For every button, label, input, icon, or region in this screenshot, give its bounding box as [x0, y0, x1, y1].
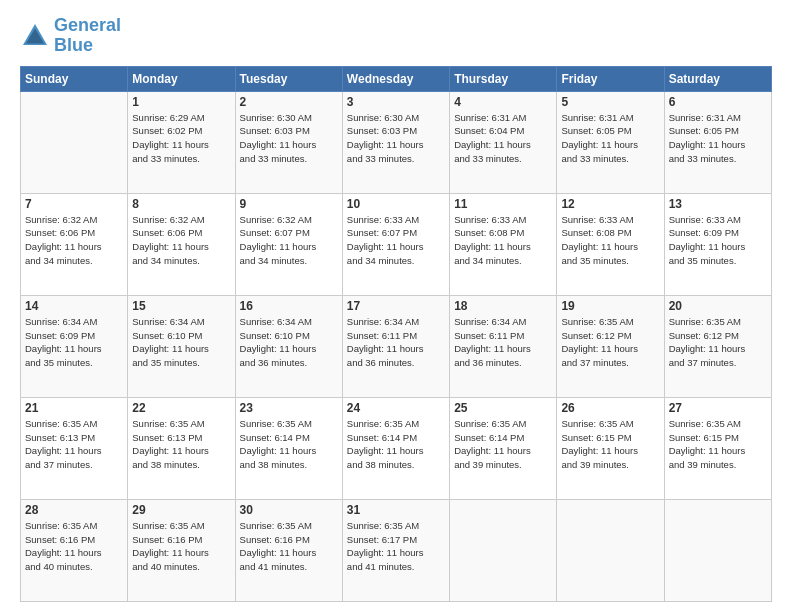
calendar-week-2: 7Sunrise: 6:32 AM Sunset: 6:06 PM Daylig…: [21, 193, 772, 295]
logo-text: General Blue: [54, 16, 121, 56]
calendar-cell: 10Sunrise: 6:33 AM Sunset: 6:07 PM Dayli…: [342, 193, 449, 295]
calendar-header-wednesday: Wednesday: [342, 66, 449, 91]
day-number: 25: [454, 401, 552, 415]
day-number: 13: [669, 197, 767, 211]
calendar-cell: 2Sunrise: 6:30 AM Sunset: 6:03 PM Daylig…: [235, 91, 342, 193]
header: General Blue: [20, 16, 772, 56]
calendar-cell: 4Sunrise: 6:31 AM Sunset: 6:04 PM Daylig…: [450, 91, 557, 193]
day-info: Sunrise: 6:31 AM Sunset: 6:05 PM Dayligh…: [669, 111, 767, 166]
day-info: Sunrise: 6:35 AM Sunset: 6:15 PM Dayligh…: [561, 417, 659, 472]
day-number: 2: [240, 95, 338, 109]
calendar-header-friday: Friday: [557, 66, 664, 91]
calendar-cell: [21, 91, 128, 193]
day-number: 27: [669, 401, 767, 415]
day-number: 22: [132, 401, 230, 415]
calendar-cell: 14Sunrise: 6:34 AM Sunset: 6:09 PM Dayli…: [21, 295, 128, 397]
day-number: 28: [25, 503, 123, 517]
calendar-cell: 29Sunrise: 6:35 AM Sunset: 6:16 PM Dayli…: [128, 499, 235, 601]
day-info: Sunrise: 6:33 AM Sunset: 6:08 PM Dayligh…: [454, 213, 552, 268]
day-number: 16: [240, 299, 338, 313]
day-number: 23: [240, 401, 338, 415]
day-info: Sunrise: 6:32 AM Sunset: 6:06 PM Dayligh…: [132, 213, 230, 268]
calendar-week-1: 1Sunrise: 6:29 AM Sunset: 6:02 PM Daylig…: [21, 91, 772, 193]
calendar-week-5: 28Sunrise: 6:35 AM Sunset: 6:16 PM Dayli…: [21, 499, 772, 601]
calendar-cell: 9Sunrise: 6:32 AM Sunset: 6:07 PM Daylig…: [235, 193, 342, 295]
calendar-cell: 6Sunrise: 6:31 AM Sunset: 6:05 PM Daylig…: [664, 91, 771, 193]
calendar-cell: 20Sunrise: 6:35 AM Sunset: 6:12 PM Dayli…: [664, 295, 771, 397]
day-number: 26: [561, 401, 659, 415]
calendar-cell: 19Sunrise: 6:35 AM Sunset: 6:12 PM Dayli…: [557, 295, 664, 397]
day-number: 18: [454, 299, 552, 313]
day-info: Sunrise: 6:35 AM Sunset: 6:14 PM Dayligh…: [347, 417, 445, 472]
day-number: 5: [561, 95, 659, 109]
day-info: Sunrise: 6:35 AM Sunset: 6:13 PM Dayligh…: [132, 417, 230, 472]
calendar-header-sunday: Sunday: [21, 66, 128, 91]
calendar-header-row: SundayMondayTuesdayWednesdayThursdayFrid…: [21, 66, 772, 91]
day-number: 21: [25, 401, 123, 415]
day-number: 11: [454, 197, 552, 211]
calendar-cell: 5Sunrise: 6:31 AM Sunset: 6:05 PM Daylig…: [557, 91, 664, 193]
calendar-cell: 30Sunrise: 6:35 AM Sunset: 6:16 PM Dayli…: [235, 499, 342, 601]
calendar-cell: 31Sunrise: 6:35 AM Sunset: 6:17 PM Dayli…: [342, 499, 449, 601]
day-info: Sunrise: 6:32 AM Sunset: 6:07 PM Dayligh…: [240, 213, 338, 268]
day-info: Sunrise: 6:34 AM Sunset: 6:09 PM Dayligh…: [25, 315, 123, 370]
day-info: Sunrise: 6:35 AM Sunset: 6:17 PM Dayligh…: [347, 519, 445, 574]
calendar-cell: 1Sunrise: 6:29 AM Sunset: 6:02 PM Daylig…: [128, 91, 235, 193]
day-info: Sunrise: 6:33 AM Sunset: 6:07 PM Dayligh…: [347, 213, 445, 268]
calendar-cell: 24Sunrise: 6:35 AM Sunset: 6:14 PM Dayli…: [342, 397, 449, 499]
calendar-cell: 17Sunrise: 6:34 AM Sunset: 6:11 PM Dayli…: [342, 295, 449, 397]
day-number: 19: [561, 299, 659, 313]
calendar-cell: 3Sunrise: 6:30 AM Sunset: 6:03 PM Daylig…: [342, 91, 449, 193]
calendar-cell: 22Sunrise: 6:35 AM Sunset: 6:13 PM Dayli…: [128, 397, 235, 499]
calendar-cell: 7Sunrise: 6:32 AM Sunset: 6:06 PM Daylig…: [21, 193, 128, 295]
day-info: Sunrise: 6:35 AM Sunset: 6:16 PM Dayligh…: [132, 519, 230, 574]
calendar-cell: 26Sunrise: 6:35 AM Sunset: 6:15 PM Dayli…: [557, 397, 664, 499]
day-number: 8: [132, 197, 230, 211]
calendar-table: SundayMondayTuesdayWednesdayThursdayFrid…: [20, 66, 772, 602]
day-info: Sunrise: 6:35 AM Sunset: 6:13 PM Dayligh…: [25, 417, 123, 472]
day-info: Sunrise: 6:32 AM Sunset: 6:06 PM Dayligh…: [25, 213, 123, 268]
day-info: Sunrise: 6:35 AM Sunset: 6:16 PM Dayligh…: [240, 519, 338, 574]
day-number: 10: [347, 197, 445, 211]
day-info: Sunrise: 6:33 AM Sunset: 6:09 PM Dayligh…: [669, 213, 767, 268]
day-number: 17: [347, 299, 445, 313]
calendar-cell: 15Sunrise: 6:34 AM Sunset: 6:10 PM Dayli…: [128, 295, 235, 397]
calendar-header-thursday: Thursday: [450, 66, 557, 91]
logo-icon: [20, 21, 50, 51]
day-info: Sunrise: 6:34 AM Sunset: 6:11 PM Dayligh…: [347, 315, 445, 370]
day-number: 29: [132, 503, 230, 517]
day-info: Sunrise: 6:35 AM Sunset: 6:12 PM Dayligh…: [669, 315, 767, 370]
calendar-cell: 18Sunrise: 6:34 AM Sunset: 6:11 PM Dayli…: [450, 295, 557, 397]
calendar-cell: 23Sunrise: 6:35 AM Sunset: 6:14 PM Dayli…: [235, 397, 342, 499]
calendar-header-monday: Monday: [128, 66, 235, 91]
day-info: Sunrise: 6:31 AM Sunset: 6:05 PM Dayligh…: [561, 111, 659, 166]
calendar-week-3: 14Sunrise: 6:34 AM Sunset: 6:09 PM Dayli…: [21, 295, 772, 397]
day-number: 20: [669, 299, 767, 313]
day-number: 12: [561, 197, 659, 211]
day-info: Sunrise: 6:35 AM Sunset: 6:16 PM Dayligh…: [25, 519, 123, 574]
day-info: Sunrise: 6:35 AM Sunset: 6:12 PM Dayligh…: [561, 315, 659, 370]
logo: General Blue: [20, 16, 121, 56]
day-info: Sunrise: 6:34 AM Sunset: 6:11 PM Dayligh…: [454, 315, 552, 370]
day-info: Sunrise: 6:33 AM Sunset: 6:08 PM Dayligh…: [561, 213, 659, 268]
day-info: Sunrise: 6:30 AM Sunset: 6:03 PM Dayligh…: [347, 111, 445, 166]
day-number: 3: [347, 95, 445, 109]
day-number: 31: [347, 503, 445, 517]
calendar-cell: 11Sunrise: 6:33 AM Sunset: 6:08 PM Dayli…: [450, 193, 557, 295]
calendar-header-tuesday: Tuesday: [235, 66, 342, 91]
day-info: Sunrise: 6:29 AM Sunset: 6:02 PM Dayligh…: [132, 111, 230, 166]
page: General Blue SundayMondayTuesdayWednesda…: [0, 0, 792, 612]
calendar-cell: 16Sunrise: 6:34 AM Sunset: 6:10 PM Dayli…: [235, 295, 342, 397]
calendar-header-saturday: Saturday: [664, 66, 771, 91]
day-info: Sunrise: 6:35 AM Sunset: 6:15 PM Dayligh…: [669, 417, 767, 472]
day-number: 7: [25, 197, 123, 211]
calendar-cell: 21Sunrise: 6:35 AM Sunset: 6:13 PM Dayli…: [21, 397, 128, 499]
day-number: 4: [454, 95, 552, 109]
day-number: 14: [25, 299, 123, 313]
calendar-cell: 13Sunrise: 6:33 AM Sunset: 6:09 PM Dayli…: [664, 193, 771, 295]
calendar-cell: 28Sunrise: 6:35 AM Sunset: 6:16 PM Dayli…: [21, 499, 128, 601]
calendar-cell: [557, 499, 664, 601]
day-number: 6: [669, 95, 767, 109]
calendar-cell: 25Sunrise: 6:35 AM Sunset: 6:14 PM Dayli…: [450, 397, 557, 499]
day-number: 24: [347, 401, 445, 415]
